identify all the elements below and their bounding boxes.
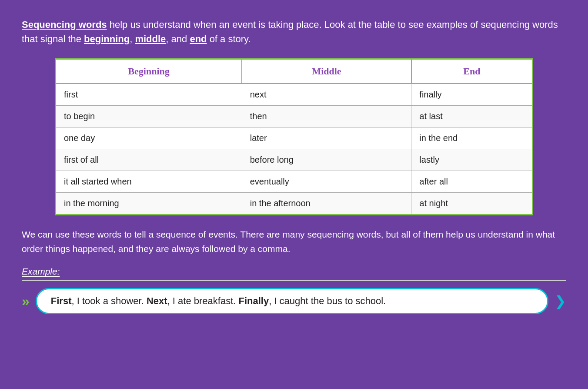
table-row: one daylaterin the end (56, 127, 533, 149)
table-cell: first (56, 84, 242, 106)
table-cell: at last (411, 106, 533, 127)
table-cell: it all started when (56, 171, 242, 193)
table-cell: later (242, 127, 411, 149)
table-cell: one day (56, 127, 242, 149)
table-cell: to begin (56, 106, 242, 127)
table-cell: in the morning (56, 193, 242, 215)
example-row: » First, I took a shower. Next, I ate br… (22, 288, 566, 314)
sequencing-table-wrapper: Beginning Middle End firstnextfinallyto … (55, 58, 533, 215)
intro-text-middle: , (130, 34, 135, 44)
middle-label: middle (135, 34, 166, 44)
table-cell: finally (411, 84, 533, 106)
example-finally-word: Finally (238, 295, 269, 306)
table-cell: after all (411, 171, 533, 193)
table-cell: next (242, 84, 411, 106)
table-cell: at night (411, 193, 533, 215)
intro-paragraph: Sequencing words help us understand when… (22, 17, 566, 46)
table-cell: eventually (242, 171, 411, 193)
right-arrow-icon: ❯ (555, 293, 566, 309)
bottom-paragraph: We can use these words to tell a sequenc… (22, 228, 566, 256)
sequencing-table: Beginning Middle End firstnextfinallyto … (55, 58, 533, 215)
col-header-middle: Middle (242, 59, 411, 84)
example-part2: , I ate breakfast. (167, 295, 239, 306)
table-row: it all started wheneventuallyafter all (56, 171, 533, 193)
col-header-beginning: Beginning (56, 59, 242, 84)
example-divider (22, 280, 566, 281)
table-header-row: Beginning Middle End (56, 59, 533, 84)
table-cell: lastly (411, 149, 533, 171)
intro-text-end: of a story. (207, 34, 251, 44)
intro-text-after: , and (166, 34, 190, 44)
table-cell: before long (242, 149, 411, 171)
table-cell: in the end (411, 127, 533, 149)
example-bubble: First, I took a shower. Next, I ate brea… (36, 288, 548, 314)
table-cell: first of all (56, 149, 242, 171)
example-label: Example: (22, 266, 566, 277)
col-header-end: End (411, 59, 533, 84)
table-row: firstnextfinally (56, 84, 533, 106)
example-section: Example: » First, I took a shower. Next,… (22, 266, 566, 314)
sequencing-words-label: Sequencing words (22, 19, 107, 30)
example-first-word: First (51, 295, 72, 306)
beginning-label: beginning (84, 34, 130, 44)
table-cell: in the afternoon (242, 193, 411, 215)
table-row: first of allbefore longlastly (56, 149, 533, 171)
example-next-word: Next (147, 295, 167, 306)
table-cell: then (242, 106, 411, 127)
table-row: in the morningin the afternoonat night (56, 193, 533, 215)
example-part3: , I caught the bus to school. (269, 295, 386, 306)
example-part1: , I took a shower. (71, 295, 146, 306)
double-arrow-icon: » (22, 293, 30, 309)
table-row: to beginthenat last (56, 106, 533, 127)
end-label: end (190, 34, 207, 44)
